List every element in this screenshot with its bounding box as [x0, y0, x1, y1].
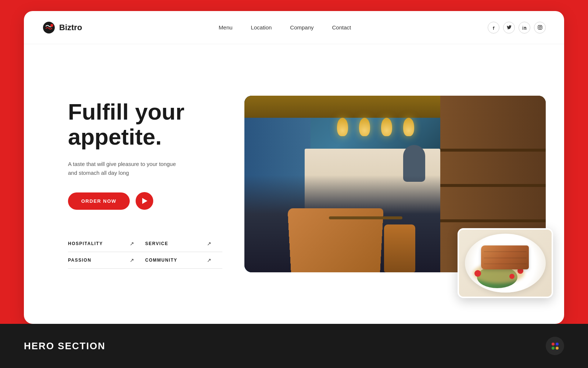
category-hospitality-label: HOSPITALITY [68, 241, 103, 246]
chair-3 [384, 224, 415, 272]
pendant-3 [381, 118, 392, 136]
category-grid: HOSPITALITY ↗ SERVICE ↗ PASSION ↗ COMMUN… [68, 236, 222, 269]
fish-texture-1 [484, 251, 527, 252]
hero-body: Fulfill your appetite. A taste that will… [24, 44, 564, 324]
arrow-service-icon: ↗ [207, 241, 211, 247]
category-community[interactable]: COMMUNITY ↗ [145, 252, 222, 269]
order-now-button[interactable]: ORDER NOW [68, 192, 130, 210]
svg-point-1 [50, 24, 53, 27]
svg-rect-2 [538, 25, 542, 29]
bottom-bar: HERO SECTION [0, 324, 588, 368]
category-hospitality[interactable]: HOSPITALITY ↗ [68, 236, 145, 252]
figma-dots [552, 343, 559, 350]
fish-fillet [481, 245, 529, 269]
svg-point-0 [43, 22, 55, 33]
category-service[interactable]: SERVICE ↗ [145, 236, 222, 252]
nav-link-contact[interactable]: Contact [332, 24, 351, 31]
pendant-2 [359, 118, 370, 136]
fish-texture-2 [484, 258, 527, 258]
instagram-icon[interactable] [534, 22, 546, 33]
figma-dot-blue [556, 343, 559, 346]
category-community-label: COMMUNITY [145, 258, 178, 263]
shelf-2 [440, 184, 546, 187]
hero-title: Fulfill your appetite. [68, 99, 222, 149]
category-service-label: SERVICE [145, 241, 168, 246]
hero-actions: ORDER NOW [68, 192, 222, 210]
category-passion[interactable]: PASSION ↗ [68, 252, 145, 269]
hero-right [244, 59, 546, 309]
bottom-bar-label: HERO SECTION [24, 340, 105, 352]
pendant-1 [337, 118, 348, 136]
nav-links: Menu Location Company Contact [82, 24, 488, 31]
hero-subtitle: A taste that will give pleasure to your … [68, 160, 178, 177]
svg-point-3 [539, 26, 541, 28]
arrow-hospitality-icon: ↗ [130, 241, 134, 247]
plate [465, 234, 546, 293]
table-surface [329, 216, 402, 219]
nav-link-location[interactable]: Location [251, 24, 272, 31]
arrow-passion-icon: ↗ [130, 257, 134, 263]
facebook-icon[interactable] [488, 22, 499, 33]
play-icon [142, 198, 147, 204]
logo-text: Biztro [59, 23, 82, 32]
nav-link-menu[interactable]: Menu [219, 24, 233, 31]
play-button[interactable] [136, 192, 153, 210]
hero-left: Fulfill your appetite. A taste that will… [68, 99, 222, 269]
logo-icon [42, 21, 55, 34]
figma-button[interactable] [546, 337, 564, 355]
linkedin-icon[interactable] [519, 22, 530, 33]
pendant-4 [403, 118, 414, 136]
figma-dot-green [552, 347, 555, 350]
twitter-icon[interactable] [503, 22, 515, 33]
fish-texture-3 [484, 263, 527, 264]
social-icons [488, 22, 546, 33]
food-image [458, 228, 553, 298]
category-passion-label: PASSION [68, 258, 92, 263]
logo-area[interactable]: Biztro [42, 21, 82, 34]
main-card: Biztro Menu Location Company Contact [24, 11, 564, 324]
figma-dot-red [552, 343, 555, 346]
shelf-1 [440, 149, 546, 152]
arrow-community-icon: ↗ [207, 257, 211, 263]
figma-dot-yellow [556, 347, 559, 350]
svg-point-4 [541, 26, 541, 27]
tomato-3 [509, 274, 514, 279]
navbar: Biztro Menu Location Company Contact [24, 11, 564, 44]
pendant-lights [311, 118, 440, 136]
nav-link-company[interactable]: Company [290, 24, 313, 31]
food-scene [459, 230, 552, 297]
shelf-3 [440, 219, 546, 222]
